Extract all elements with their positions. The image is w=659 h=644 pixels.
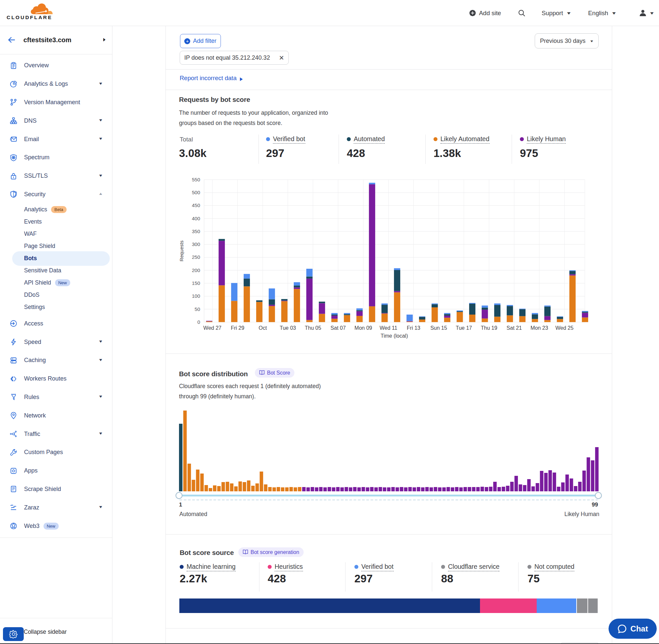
svg-text:100: 100 [192,293,200,299]
svg-text:400: 400 [192,216,200,221]
svg-text:50: 50 [194,306,200,312]
svg-text:300: 300 [192,242,200,247]
svg-text:Wed 11: Wed 11 [379,325,397,331]
svg-text:Sat 07: Sat 07 [331,325,346,331]
svg-text:250: 250 [192,254,200,260]
svg-text:Fri 13: Fri 13 [407,325,420,331]
svg-text:Thu 05: Thu 05 [305,325,321,331]
svg-text:150: 150 [192,280,200,286]
svg-text:Tue 17: Tue 17 [455,325,472,331]
svg-text:Oct: Oct [258,325,267,331]
svg-text:Mon 23: Mon 23 [531,325,548,331]
svg-text:Wed 25: Wed 25 [556,325,573,331]
svg-text:Sun 15: Sun 15 [430,325,447,331]
svg-text:Time (local): Time (local) [381,333,408,339]
svg-text:Sat 21: Sat 21 [507,325,522,331]
svg-text:Tue 03: Tue 03 [280,325,296,331]
svg-text:0: 0 [197,319,200,325]
svg-text:550: 550 [192,177,200,182]
svg-text:Mon 09: Mon 09 [354,325,372,331]
svg-text:Thu 19: Thu 19 [481,325,497,331]
svg-text:200: 200 [192,268,200,273]
svg-text:500: 500 [192,190,200,195]
svg-text:350: 350 [192,229,200,234]
svg-text:450: 450 [192,203,200,208]
svg-text:Wed 27: Wed 27 [204,325,221,331]
svg-text:Requests: Requests [179,240,184,261]
svg-text:Fri 29: Fri 29 [231,325,244,331]
